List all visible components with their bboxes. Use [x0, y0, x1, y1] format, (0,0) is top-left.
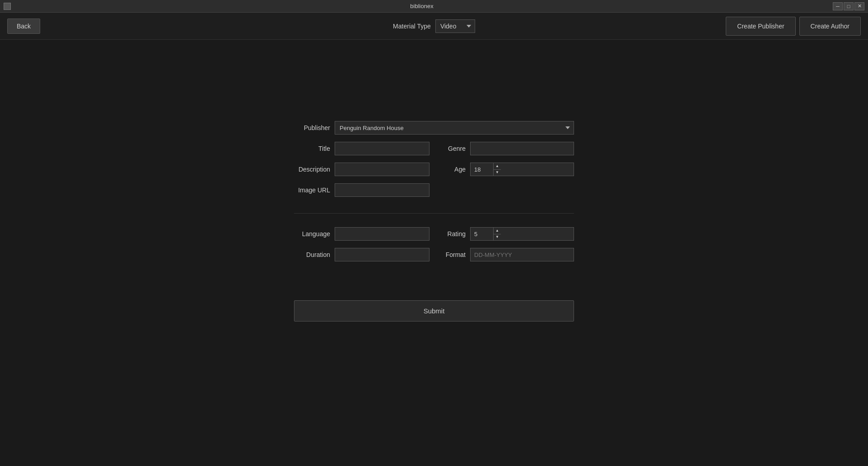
duration-label: Duration — [294, 251, 330, 258]
language-group: Language — [294, 227, 429, 241]
description-label: Description — [294, 166, 330, 173]
material-type-label: Material Type — [393, 23, 431, 30]
description-age-row: Description Age ▲ ▼ — [294, 163, 574, 176]
rating-decrement-button[interactable]: ▼ — [494, 234, 501, 241]
publisher-row: Publisher Penguin Random House HarperCol… — [294, 121, 574, 135]
rating-input-wrapper: ▲ ▼ — [470, 227, 574, 241]
age-label: Age — [439, 166, 466, 173]
genre-input[interactable] — [470, 142, 574, 155]
toolbar-right: Create Publisher Create Author — [726, 17, 861, 36]
back-button[interactable]: Back — [7, 19, 40, 34]
title-label: Title — [294, 145, 330, 152]
title-group: Title — [294, 142, 429, 155]
publisher-group: Publisher Penguin Random House HarperCol… — [294, 121, 574, 135]
description-group: Description — [294, 163, 429, 176]
image-url-group: Image URL — [294, 183, 429, 197]
publisher-section: Publisher Penguin Random House HarperCol… — [294, 121, 574, 214]
age-increment-button[interactable]: ▲ — [494, 163, 501, 170]
format-label: Format — [439, 251, 466, 258]
format-input[interactable] — [470, 248, 574, 261]
window-controls: ─ □ ✕ — [833, 2, 864, 10]
window-icon — [4, 3, 11, 10]
image-url-row: Image URL — [294, 183, 574, 197]
duration-format-row: Duration Format — [294, 248, 574, 261]
age-spinners: ▲ ▼ — [493, 163, 501, 176]
image-url-label: Image URL — [294, 186, 330, 194]
title-genre-row: Title Genre — [294, 142, 574, 155]
title-input[interactable] — [335, 142, 429, 155]
rating-input[interactable] — [471, 228, 493, 240]
age-input-wrapper: ▲ ▼ — [470, 163, 574, 176]
toolbar: Back Material Type Video Book Audio Jour… — [0, 13, 868, 40]
toolbar-left: Back — [7, 19, 40, 34]
duration-group: Duration — [294, 248, 429, 261]
title-bar: biblionex ─ □ ✕ — [0, 0, 868, 13]
age-group: Age ▲ ▼ — [439, 163, 574, 176]
rating-increment-button[interactable]: ▲ — [494, 228, 501, 234]
genre-label: Genre — [439, 145, 466, 152]
minimize-button[interactable]: ─ — [833, 2, 843, 10]
close-button[interactable]: ✕ — [854, 2, 864, 10]
material-type-select[interactable]: Video Book Audio Journal — [435, 19, 475, 33]
format-group: Format — [439, 248, 574, 261]
rating-spinners: ▲ ▼ — [493, 228, 501, 240]
form-container: Publisher Penguin Random House HarperCol… — [294, 121, 574, 322]
submit-button[interactable]: Submit — [294, 300, 574, 322]
window-title: biblionex — [11, 3, 833, 9]
age-input[interactable] — [471, 163, 493, 176]
language-label: Language — [294, 230, 330, 238]
publisher-label: Publisher — [294, 124, 330, 131]
publisher-select[interactable]: Penguin Random House HarperCollins Simon… — [335, 121, 574, 135]
media-section: Language Rating ▲ ▼ Du — [294, 227, 574, 278]
toolbar-center: Material Type Video Book Audio Journal — [393, 19, 475, 33]
language-input[interactable] — [335, 227, 429, 241]
duration-input[interactable] — [335, 248, 429, 261]
description-input[interactable] — [335, 163, 429, 176]
genre-group: Genre — [439, 142, 574, 155]
language-rating-row: Language Rating ▲ ▼ — [294, 227, 574, 241]
rating-group: Rating ▲ ▼ — [439, 227, 574, 241]
create-publisher-button[interactable]: Create Publisher — [726, 17, 795, 36]
maximize-button[interactable]: □ — [844, 2, 854, 10]
create-author-button[interactable]: Create Author — [799, 17, 861, 36]
age-decrement-button[interactable]: ▼ — [494, 170, 501, 176]
image-url-input[interactable] — [335, 183, 429, 197]
main-content: Publisher Penguin Random House HarperCol… — [0, 40, 868, 322]
rating-label: Rating — [439, 230, 466, 238]
